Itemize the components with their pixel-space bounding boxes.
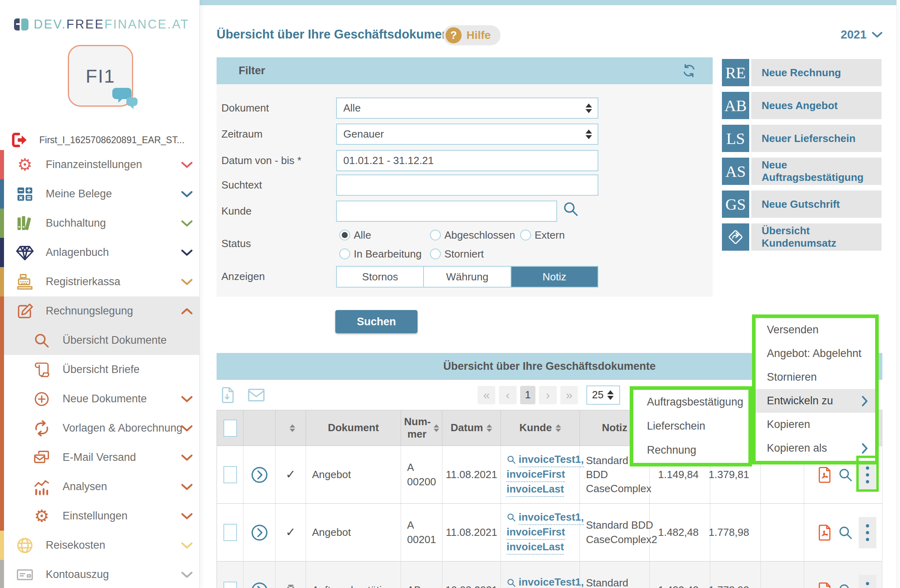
sidebar-item-einstellungen[interactable]: ⚙ Einstellungen xyxy=(0,501,199,531)
header-status-sort[interactable] xyxy=(276,410,306,446)
suchen-button[interactable]: Suchen xyxy=(335,310,418,333)
neuer-lieferschein-button[interactable]: LS Neuer Lieferschein xyxy=(722,125,882,152)
sort-icon[interactable] xyxy=(290,424,295,432)
row-status-cell: ✓ xyxy=(276,446,306,503)
kunde-link[interactable]: invoiceTest1, xyxy=(519,510,584,525)
radio-icon[interactable] xyxy=(339,249,350,260)
suchtext-input[interactable] xyxy=(336,174,598,196)
expand-circle-icon[interactable] xyxy=(250,523,269,542)
select-all-checkbox[interactable] xyxy=(223,420,237,437)
header-nummer[interactable]: Num-mer xyxy=(401,410,442,446)
sort-icon[interactable] xyxy=(434,424,439,432)
year-selector[interactable]: 2021 xyxy=(841,28,883,41)
envelope-icon[interactable] xyxy=(247,387,266,403)
prev-page-button[interactable]: ‹ xyxy=(499,386,517,404)
menu-item-kopieren[interactable]: Kopieren xyxy=(756,413,875,436)
kunde-link[interactable]: invoiceTest1, xyxy=(519,575,584,588)
zeitraum-select[interactable]: Genauer xyxy=(336,124,598,145)
scrollbar[interactable] xyxy=(896,0,900,588)
expand-circle-icon[interactable] xyxy=(250,466,269,484)
sidebar-item-analysen[interactable]: Analysen xyxy=(0,472,199,501)
header-dokument[interactable]: Dokument xyxy=(306,410,401,446)
radio-icon[interactable] xyxy=(520,230,531,241)
submenu-item-auftragsbestaetigung[interactable]: Auftragsbestätigung xyxy=(633,390,748,414)
pdf-icon[interactable] xyxy=(817,524,832,541)
sidebar-item-buchhaltung[interactable]: Buchhaltung xyxy=(0,209,199,238)
preview-search-icon[interactable] xyxy=(838,525,853,540)
kunde-search-icon[interactable] xyxy=(562,201,579,217)
sidebar-item-anlagenbuch[interactable]: Anlagenbuch xyxy=(0,238,199,267)
radio-icon[interactable] xyxy=(430,230,441,241)
avatar[interactable]: FI1 xyxy=(68,45,133,107)
submenu-item-rechnung[interactable]: Rechnung xyxy=(633,438,748,462)
menu-item-kopieren-als[interactable]: Kopieren als xyxy=(756,436,875,460)
logout-button[interactable]: First_I_1625708620891_EAR_ST... xyxy=(10,132,184,148)
radio-icon[interactable] xyxy=(430,249,441,260)
submenu-item-lieferschein[interactable]: Lieferschein xyxy=(633,414,748,438)
sidebar-item-registrierkassa[interactable]: Registrierkassa xyxy=(0,267,199,296)
kunde-link[interactable]: invoiceTest1, xyxy=(519,452,584,467)
kebab-menu-button[interactable] xyxy=(859,575,876,588)
preview-search-icon[interactable] xyxy=(838,467,853,483)
brand-logo-text: DEV.FREEFINANCE.AT xyxy=(34,17,189,32)
uebersicht-kundenumsatz-button[interactable]: Übersicht Kundenumsatz xyxy=(722,223,882,251)
status-radio-abgeschlossen[interactable]: Abgeschlossen xyxy=(430,229,515,241)
status-radio-storniert[interactable]: Storniert xyxy=(430,248,484,260)
anzeigen-notiz-button[interactable]: Notiz xyxy=(511,267,598,287)
first-page-button[interactable]: « xyxy=(478,386,495,404)
menu-item-stornieren[interactable]: Stornieren xyxy=(756,365,875,389)
kunde-input[interactable] xyxy=(336,201,557,222)
export-document-icon[interactable] xyxy=(221,387,235,403)
menu-item-versenden[interactable]: Versenden xyxy=(756,318,875,342)
brand-logo[interactable]: DEV.FREEFINANCE.AT xyxy=(14,17,189,32)
sidebar-item-vorlagen-aborechnung[interactable]: Vorlagen & Aborechnung xyxy=(0,414,199,443)
sort-icon[interactable] xyxy=(486,424,492,432)
kunde-link[interactable]: invoiceFirst xyxy=(507,467,565,482)
preview-search-icon[interactable] xyxy=(838,583,853,588)
sidebar-item-uebersicht-briefe[interactable]: Übersicht Briefe xyxy=(0,355,199,384)
status-radio-in-bearbeitung[interactable]: In Bearbeitung xyxy=(339,248,422,260)
pdf-icon[interactable] xyxy=(817,582,832,588)
row-notiz: Standard BDD xyxy=(580,562,650,588)
header-kunde[interactable]: Kunde xyxy=(501,410,580,446)
next-page-button[interactable]: › xyxy=(539,386,557,404)
anzeigen-stornos-button[interactable]: Stornos xyxy=(337,267,424,287)
stripe xyxy=(0,238,4,267)
sort-icon[interactable] xyxy=(555,424,561,432)
anzeigen-waehrung-button[interactable]: Währung xyxy=(424,267,511,287)
menu-item-entwickeln-zu[interactable]: Entwickeln zu xyxy=(756,389,875,413)
current-page[interactable]: 1 xyxy=(520,386,535,404)
sidebar-item-email-versand[interactable]: E-Mail Versand xyxy=(0,443,199,472)
sidebar-item-rechnungslegung[interactable]: Rechnungslegung xyxy=(0,296,199,326)
kebab-menu-button[interactable] xyxy=(859,517,876,548)
sidebar-item-neue-dokumente[interactable]: Neue Dokumente xyxy=(0,384,199,414)
sidebar-item-kontoauszug[interactable]: Kontoauszug xyxy=(0,560,199,588)
pdf-icon[interactable] xyxy=(817,466,832,483)
row-checkbox[interactable] xyxy=(223,524,237,541)
neue-auftragsbestaetigung-button[interactable]: AS Neue Auftragsbestätigung xyxy=(722,158,882,185)
neue-rechnung-button[interactable]: RE Neue Rechnung xyxy=(722,59,882,86)
kunde-link[interactable]: invoiceLast xyxy=(507,540,564,555)
dokument-select[interactable]: Alle xyxy=(336,97,598,119)
sidebar-item-reisekosten[interactable]: Reisekosten xyxy=(0,531,199,560)
header-datum[interactable]: Datum xyxy=(442,410,501,446)
sidebar-item-uebersicht-dokumente[interactable]: Übersicht Dokumente xyxy=(0,326,199,355)
kunde-link[interactable]: invoiceFirst xyxy=(507,525,565,540)
status-radio-alle[interactable]: Alle xyxy=(339,229,371,241)
menu-item-angebot-abgelehnt[interactable]: Angebot: Abgelehnt xyxy=(756,342,875,365)
kunde-link[interactable]: invoiceLast xyxy=(507,482,564,497)
neues-angebot-button[interactable]: AB Neues Angebot xyxy=(722,92,882,119)
radio-icon[interactable] xyxy=(339,230,350,241)
row-checkbox[interactable] xyxy=(223,582,237,588)
datum-input[interactable]: 01.01.21 - 31.12.21 xyxy=(336,150,598,171)
help-button[interactable]: ? Hilfe xyxy=(443,25,501,45)
row-checkbox[interactable] xyxy=(223,466,237,483)
page-size-select[interactable]: 25 xyxy=(586,385,620,405)
sidebar-item-finanzeinstellungen[interactable]: ⚙ Finanzeinstellungen xyxy=(0,150,199,179)
expand-circle-icon[interactable] xyxy=(250,581,269,588)
status-radio-extern[interactable]: Extern xyxy=(520,229,565,241)
last-page-button[interactable]: » xyxy=(560,386,578,404)
neue-gutschrift-button[interactable]: GS Neue Gutschrift xyxy=(722,191,882,218)
sidebar-item-meine-belege[interactable]: Meine Belege xyxy=(0,179,199,209)
refresh-icon[interactable] xyxy=(681,63,697,78)
